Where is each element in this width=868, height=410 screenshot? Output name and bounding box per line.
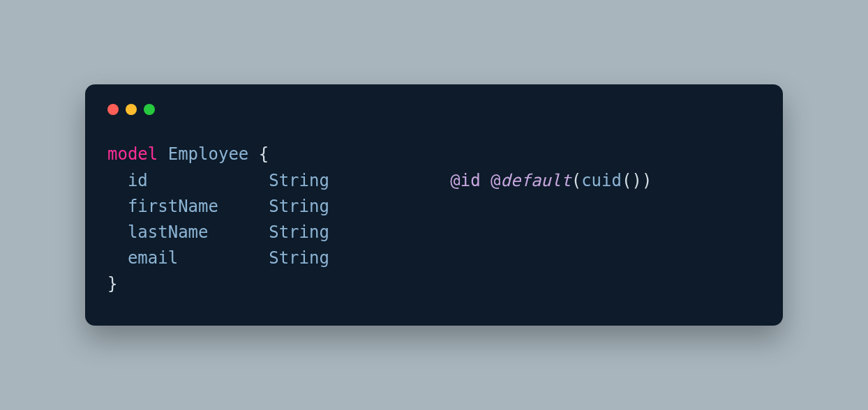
- attr-default: default: [501, 171, 571, 190]
- close-icon[interactable]: [107, 104, 119, 115]
- close-brace: }: [107, 274, 117, 294]
- paren-inner-open: (: [622, 171, 631, 190]
- paren-open: (: [571, 171, 581, 190]
- minimize-icon[interactable]: [126, 104, 137, 115]
- type-name: Employee: [168, 144, 249, 164]
- field-id-name: id: [128, 171, 148, 190]
- field-id-type: String: [269, 171, 329, 190]
- attr-default-at: @: [491, 171, 500, 190]
- maximize-icon[interactable]: [144, 104, 155, 115]
- window-controls: [107, 104, 761, 115]
- paren-inner-close: ): [631, 171, 641, 190]
- open-brace: {: [259, 144, 269, 164]
- keyword-model: model: [107, 144, 158, 164]
- code-block: model Employee { id String @id @default(…: [107, 142, 761, 297]
- field-email-name: email: [128, 248, 178, 268]
- paren-close: ): [642, 171, 652, 190]
- field-firstname-type: String: [269, 197, 329, 216]
- field-lastname-name: lastName: [128, 222, 209, 242]
- field-firstname-name: firstName: [128, 197, 218, 216]
- field-email-type: String: [269, 248, 329, 268]
- attr-id: @id: [450, 171, 480, 190]
- func-cuid: cuid: [581, 171, 622, 190]
- field-lastname-type: String: [269, 222, 329, 242]
- code-window: model Employee { id String @id @default(…: [85, 84, 783, 325]
